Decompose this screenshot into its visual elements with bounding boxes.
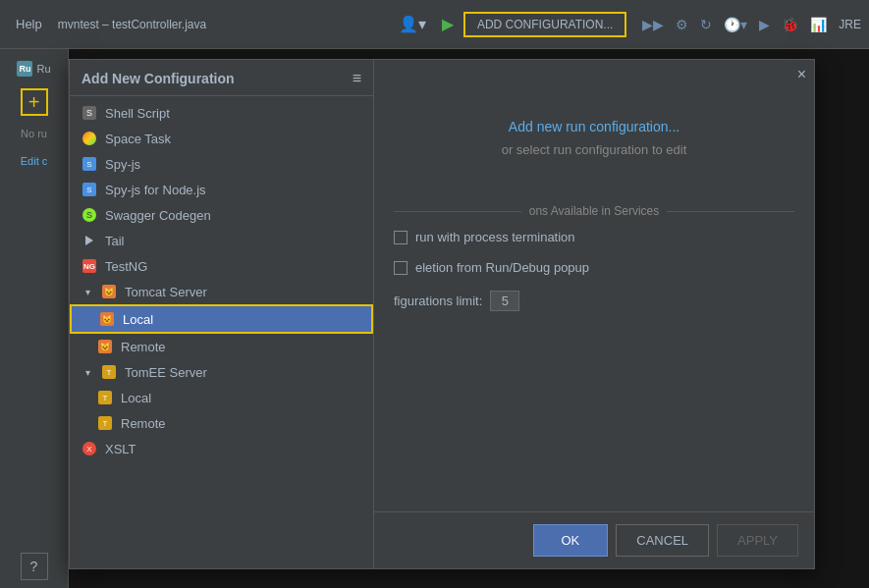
xslt-label: XSLT [105, 442, 136, 456]
config-item-spy-js-node[interactable]: S Spy-js for Node.js [70, 177, 373, 202]
tomcat-remote-label: Remote [121, 340, 166, 354]
dialog-close-button[interactable]: × [797, 66, 806, 83]
option1-text: run with process termination [415, 230, 575, 244]
section-divider: ons Available in Services [394, 204, 794, 218]
config-item-swagger-codegen[interactable]: S Swagger Codegen [70, 202, 373, 228]
tomcat-chevron-icon: ▾ [81, 286, 93, 297]
tomee-remote-label: Remote [121, 416, 166, 431]
run-btn[interactable]: ▶ [436, 11, 460, 37]
toolbar-icons: ▶▶ ⚙ ↻ 🕐▾ ▶ 🐞 📊 JRE [638, 15, 861, 34]
shell-script-icon: S [81, 105, 97, 121]
config-item-shell-script[interactable]: S Shell Script [70, 100, 373, 126]
option2-checkbox[interactable] [394, 261, 407, 275]
limit-label: figurations limit: [394, 294, 482, 308]
divider-line-right [667, 211, 794, 212]
tomee-remote-icon: T [97, 415, 113, 431]
limit-value[interactable]: 5 [490, 291, 519, 311]
section-label: ons Available in Services [529, 204, 660, 218]
tomcat-server-icon: 🐱 [101, 284, 117, 299]
clock-icon[interactable]: 🕐▾ [720, 15, 751, 34]
tomcat-remote-icon: 🐱 [97, 339, 113, 354]
run-tab[interactable]: Ru Ru [11, 57, 56, 80]
tomee-local-label: Local [121, 391, 151, 405]
dialog-title: Add New Configuration [81, 71, 235, 86]
config-item-tomee-server[interactable]: ▾ T TomEE Server [70, 359, 373, 385]
debug-icon[interactable]: 🐞 [778, 15, 802, 34]
dialog-right-pane: × Add new run configuration... or select… [374, 60, 814, 568]
dialog-footer: OK CANCEL APPLY [374, 511, 814, 568]
option-row-2: eletion from Run/Debug popup [394, 256, 794, 279]
main-area: Ru Ru + No ru Edit c ? Add New Configura… [0, 49, 869, 588]
space-task-icon [81, 131, 97, 146]
config-item-tomcat-remote[interactable]: 🐱 Remote [70, 334, 373, 359]
apply-button[interactable]: APPLY [717, 524, 798, 557]
coverage-icon[interactable]: 📊 [806, 15, 831, 34]
no-run-text: No ru [17, 120, 51, 147]
run-tab-label: Ru [36, 63, 50, 75]
tail-icon [81, 233, 97, 248]
limit-row: figurations limit: 5 [394, 287, 794, 315]
play-icon[interactable]: ▶ [755, 15, 774, 34]
xslt-icon: X [81, 441, 97, 456]
config-item-testng[interactable]: NG TestNG [70, 253, 373, 279]
tomee-server-label: TomEE Server [125, 365, 207, 380]
refresh-icon[interactable]: ↻ [696, 15, 716, 34]
run-tab-icon: Ru [17, 61, 32, 77]
config-item-tomcat-local[interactable]: 🐱 Local [70, 304, 373, 334]
config-item-tomee-local[interactable]: T Local [70, 385, 373, 410]
dialog-overlay: Add New Configuration ≡ S Shell Script [69, 49, 869, 588]
settings-icon[interactable]: ⚙ [672, 15, 692, 34]
edit-conf-link[interactable]: Edit c [17, 151, 52, 171]
dialog-left-pane: Add New Configuration ≡ S Shell Script [70, 60, 374, 568]
tomcat-local-label: Local [123, 312, 153, 327]
left-sidebar: Ru Ru + No ru Edit c ? [0, 49, 69, 588]
file-title: mvntest – testController.java [58, 18, 206, 31]
spy-js-label: Spy-js [105, 157, 140, 172]
config-item-tomcat-server[interactable]: ▾ 🐱 Tomcat Server [70, 279, 373, 304]
option-row-1: run with process termination [394, 226, 794, 248]
jre-label: JRE [839, 18, 861, 31]
config-item-tomee-remote[interactable]: T Remote [70, 410, 373, 436]
config-item-spy-js[interactable]: S Spy-js [70, 151, 373, 177]
testng-icon: NG [81, 258, 97, 274]
run-icon[interactable]: ▶▶ [638, 15, 668, 34]
tomcat-local-icon: 🐱 [99, 311, 115, 327]
help-menu[interactable]: Help [8, 13, 50, 35]
tail-label: Tail [105, 234, 125, 248]
option1-checkbox[interactable] [394, 231, 407, 244]
add-configuration-dialog: Add New Configuration ≡ S Shell Script [69, 59, 815, 569]
toolbar: Help mvntest – testController.java 👤▾ ▶ … [0, 0, 869, 49]
or-select-text: or select run configuration to edit [502, 142, 687, 157]
divider-line-left [394, 211, 521, 212]
spy-js-icon: S [81, 156, 97, 172]
add-configuration-button[interactable]: ADD CONFIGURATION... [463, 12, 626, 37]
user-icon-btn[interactable]: 👤▾ [393, 11, 432, 37]
config-item-space-task[interactable]: Space Task [70, 126, 373, 151]
tomee-server-icon: T [101, 364, 117, 380]
add-new-button[interactable]: + [21, 88, 48, 116]
spy-js-node-icon: S [81, 182, 97, 197]
swagger-codegen-icon: S [81, 207, 97, 223]
dialog-content: Add new run configuration... or select r… [374, 60, 814, 511]
cancel-button[interactable]: CANCEL [616, 524, 709, 557]
tomee-local-icon: T [97, 390, 113, 405]
shell-script-label: Shell Script [105, 106, 170, 121]
config-list: S Shell Script Space Task S [70, 96, 373, 568]
spy-js-node-label: Spy-js for Node.js [105, 183, 206, 197]
ok-button[interactable]: OK [533, 524, 609, 557]
space-task-label: Space Task [105, 132, 171, 146]
testng-label: TestNG [105, 259, 147, 274]
option2-text: eletion from Run/Debug popup [415, 260, 589, 275]
dialog-header: Add New Configuration ≡ [70, 60, 373, 96]
sort-button[interactable]: ≡ [353, 70, 361, 87]
config-item-xslt[interactable]: X XSLT [70, 436, 373, 461]
swagger-codegen-label: Swagger Codegen [105, 208, 211, 223]
tomee-chevron-icon: ▾ [81, 366, 93, 378]
add-run-text: Add new run configuration... [509, 119, 679, 134]
tomcat-server-label: Tomcat Server [125, 285, 207, 299]
help-button[interactable]: ? [21, 553, 48, 580]
config-item-tail[interactable]: Tail [70, 228, 373, 253]
